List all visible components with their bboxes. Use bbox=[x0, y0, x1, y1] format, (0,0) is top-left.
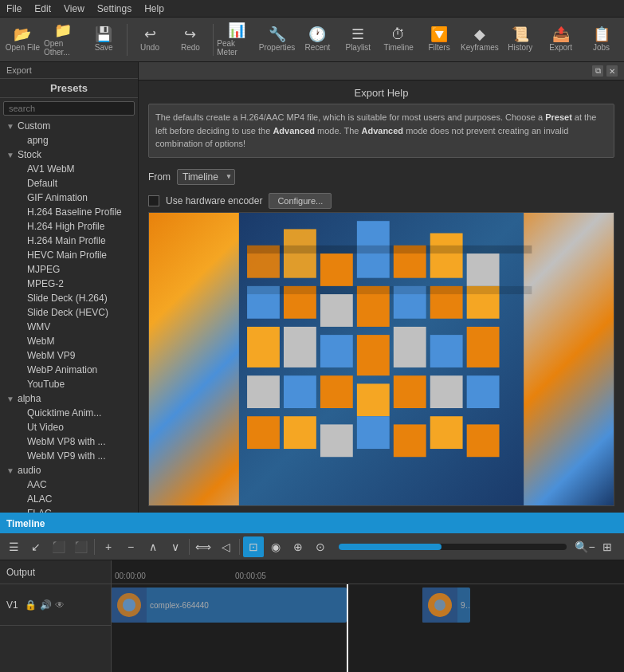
search-input[interactable] bbox=[3, 101, 135, 116]
tl-zoom-controls: 🔍− ⊞ bbox=[575, 536, 618, 557]
tl-overwrite-button[interactable]: ⬛ bbox=[70, 536, 91, 557]
tl-split-button[interactable]: ⟺ bbox=[193, 536, 214, 557]
recent-button[interactable]: 🕐 Recent bbox=[298, 20, 337, 60]
tree-item-17[interactable]: WebP Animation bbox=[0, 363, 138, 377]
tree-item-14[interactable]: WMV bbox=[0, 320, 138, 334]
undo-button[interactable]: ↩ Undo bbox=[131, 20, 170, 60]
timeline-ruler[interactable]: 00:00:00 00:00:05 bbox=[112, 560, 624, 584]
tl-clip-second[interactable]: 920.jpg bbox=[422, 588, 470, 623]
tl-zoom-in-button[interactable]: ⊞ bbox=[597, 536, 618, 557]
configure-button[interactable]: Configure... bbox=[269, 193, 332, 209]
tree-item-20[interactable]: Quicktime Anim... bbox=[0, 406, 138, 420]
close-button[interactable]: ✕ bbox=[606, 65, 618, 77]
tree-item-23[interactable]: WebM VP9 with ... bbox=[0, 449, 138, 463]
tl-eye-icon[interactable]: 👁 bbox=[55, 599, 65, 611]
hw-encoder-checkbox[interactable] bbox=[148, 195, 159, 206]
export-help-header: ⧉ ✕ bbox=[139, 62, 624, 81]
timeline-icon: ⏱ bbox=[391, 27, 406, 41]
tl-playhead[interactable] bbox=[347, 584, 348, 672]
tl-clips-area[interactable]: complex-664440 920.jpg bbox=[112, 584, 624, 672]
tree-item-27[interactable]: FLAC bbox=[0, 506, 138, 513]
svg-rect-15 bbox=[247, 326, 280, 367]
tree-item-8[interactable]: H.264 Main Profile bbox=[0, 234, 138, 248]
tl-lift-button[interactable]: + bbox=[98, 536, 119, 557]
tree-item-19[interactable]: ▼alpha bbox=[0, 391, 138, 406]
menu-file[interactable]: File bbox=[0, 2, 28, 16]
tl-add-button[interactable]: ⬛ bbox=[48, 536, 69, 557]
tl-clip-main[interactable]: complex-664440 bbox=[112, 588, 347, 623]
timeline-button[interactable]: ⏱ Timeline bbox=[379, 20, 418, 60]
tl-scroll-bar[interactable] bbox=[339, 544, 442, 550]
from-select[interactable]: Timeline bbox=[177, 169, 235, 185]
svg-point-40 bbox=[123, 599, 135, 611]
tree-item-1[interactable]: apng bbox=[0, 133, 138, 147]
keyframes-label: Keyframes bbox=[461, 43, 499, 52]
tree-item-22[interactable]: WebM VP8 with ... bbox=[0, 434, 138, 449]
history-button[interactable]: 📜 History bbox=[500, 20, 540, 60]
timeline-section: Timeline ☰ ↙ ⬛ ⬛ + − ∧ ∨ ⟺ ◁ ⊡ ◉ ⊕ ⊙ 🔍− … bbox=[0, 513, 624, 672]
tree-item-9[interactable]: HEVC Main Profile bbox=[0, 248, 138, 262]
tree-item-26[interactable]: ALAC bbox=[0, 492, 138, 506]
tl-menu-button[interactable]: ☰ bbox=[3, 536, 24, 557]
tl-scrub-button[interactable]: ◉ bbox=[265, 536, 286, 557]
export-help-box: The defaults create a H.264/AAC MP4 file… bbox=[148, 104, 614, 158]
properties-button[interactable]: 🔧 Properties bbox=[257, 20, 296, 60]
redo-button[interactable]: ↪ Redo bbox=[171, 20, 210, 60]
tree-item-25[interactable]: AAC bbox=[0, 477, 138, 492]
tree-item-10[interactable]: MJPEG bbox=[0, 262, 138, 277]
tl-audio-icon[interactable]: 🔊 bbox=[40, 599, 52, 611]
save-button[interactable]: 💾 Save bbox=[84, 20, 124, 60]
tree-item-6[interactable]: H.264 Baseline Profile bbox=[0, 205, 138, 219]
peak-meter-button[interactable]: 📊 Peak Meter bbox=[217, 20, 256, 60]
timeline-tracks-header: Output V1 🔒 🔊 👁 bbox=[0, 560, 112, 672]
open-other-button[interactable]: 📁 Open Other... bbox=[44, 20, 83, 60]
tl-ripple-button[interactable]: ⊕ bbox=[288, 536, 308, 557]
keyframes-button[interactable]: ◆ Keyframes bbox=[461, 20, 500, 60]
float-button[interactable]: ⧉ bbox=[592, 65, 603, 77]
tl-snap-button[interactable]: ⊡ bbox=[243, 536, 264, 557]
hw-encoder-label: Use hardware encoder bbox=[166, 195, 262, 206]
menu-edit[interactable]: Edit bbox=[28, 2, 57, 16]
tree-item-0[interactable]: ▼Custom bbox=[0, 119, 138, 133]
help-advanced: Advanced bbox=[273, 126, 315, 136]
tl-up-button[interactable]: ∧ bbox=[143, 536, 163, 557]
tree-item-7[interactable]: H.264 High Profile bbox=[0, 219, 138, 234]
tree-item-4[interactable]: Default bbox=[0, 176, 138, 191]
tl-zoom-out-button[interactable]: 🔍− bbox=[575, 536, 595, 557]
menu-help[interactable]: Help bbox=[138, 2, 171, 16]
from-select-wrapper: Timeline ▼ bbox=[177, 169, 235, 185]
menu-view[interactable]: View bbox=[57, 2, 91, 16]
tl-remove-button[interactable]: − bbox=[120, 536, 141, 557]
tree-item-5[interactable]: GIF Animation bbox=[0, 191, 138, 205]
tree-item-15[interactable]: WebM bbox=[0, 334, 138, 348]
filters-button[interactable]: 🔽 Filters bbox=[420, 20, 459, 60]
svg-rect-35 bbox=[467, 424, 500, 457]
help-preset: Preset bbox=[545, 112, 572, 122]
tl-lock-icon[interactable]: 🔒 bbox=[25, 599, 37, 611]
tree-item-24[interactable]: ▼audio bbox=[0, 463, 138, 477]
tl-reverse-button[interactable]: ◁ bbox=[215, 536, 236, 557]
tree-item-13[interactable]: Slide Deck (HEVC) bbox=[0, 305, 138, 320]
peak-meter-label: Peak Meter bbox=[217, 39, 256, 57]
tree-item-3[interactable]: AV1 WebM bbox=[0, 162, 138, 176]
tl-down-button[interactable]: ∨ bbox=[165, 536, 186, 557]
tree-item-2[interactable]: ▼Stock bbox=[0, 147, 138, 162]
tree-item-21[interactable]: Ut Video bbox=[0, 420, 138, 434]
export-button[interactable]: 📤 Export bbox=[541, 20, 580, 60]
export-section-label: Export bbox=[0, 62, 138, 79]
open-file-button[interactable]: 📂 Open File bbox=[3, 20, 42, 60]
menu-settings[interactable]: Settings bbox=[91, 2, 138, 16]
svg-rect-28 bbox=[467, 375, 500, 408]
tree-item-11[interactable]: MPEG-2 bbox=[0, 277, 138, 291]
playlist-button[interactable]: ☰ Playlist bbox=[339, 20, 378, 60]
svg-rect-18 bbox=[357, 335, 390, 375]
jobs-button[interactable]: 📋 Jobs bbox=[582, 20, 621, 60]
tree-item-16[interactable]: WebM VP9 bbox=[0, 348, 138, 363]
hw-encoder-row: Use hardware encoder Configure... bbox=[139, 190, 624, 212]
tl-separator-1 bbox=[94, 539, 95, 555]
tl-zoom-timeline-button[interactable]: ⊙ bbox=[310, 536, 331, 557]
tree-item-18[interactable]: YouTube bbox=[0, 377, 138, 391]
tl-append-button[interactable]: ↙ bbox=[26, 536, 46, 557]
tree-item-12[interactable]: Slide Deck (H.264) bbox=[0, 291, 138, 305]
svg-rect-27 bbox=[430, 375, 463, 408]
